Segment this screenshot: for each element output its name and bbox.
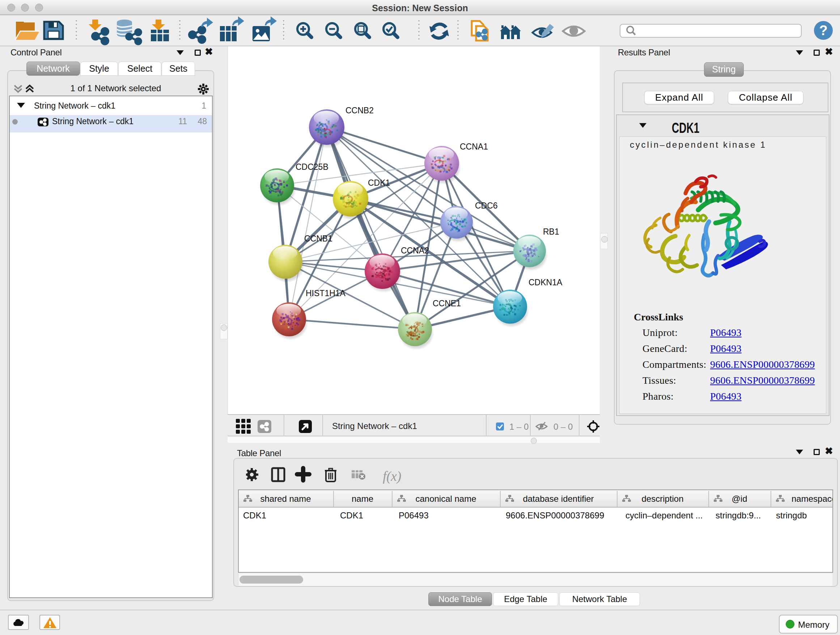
svg-text:CDC25B: CDC25B — [295, 162, 328, 172]
svg-text:CCNA2: CCNA2 — [401, 246, 429, 255]
svg-text:CCNA1: CCNA1 — [460, 142, 488, 151]
svg-text:CCNB1: CCNB1 — [304, 234, 332, 243]
svg-text:HIST1H1A: HIST1H1A — [306, 288, 346, 298]
svg-text:RB1: RB1 — [543, 227, 559, 236]
svg-text:CDK1: CDK1 — [368, 178, 390, 187]
svg-text:CCNE1: CCNE1 — [433, 299, 461, 308]
svg-text:CDKN1A: CDKN1A — [529, 278, 562, 287]
svg-text:CCNB2: CCNB2 — [346, 106, 374, 115]
svg-text:CDC6: CDC6 — [475, 201, 498, 211]
svg-text:?: ? — [819, 23, 827, 38]
